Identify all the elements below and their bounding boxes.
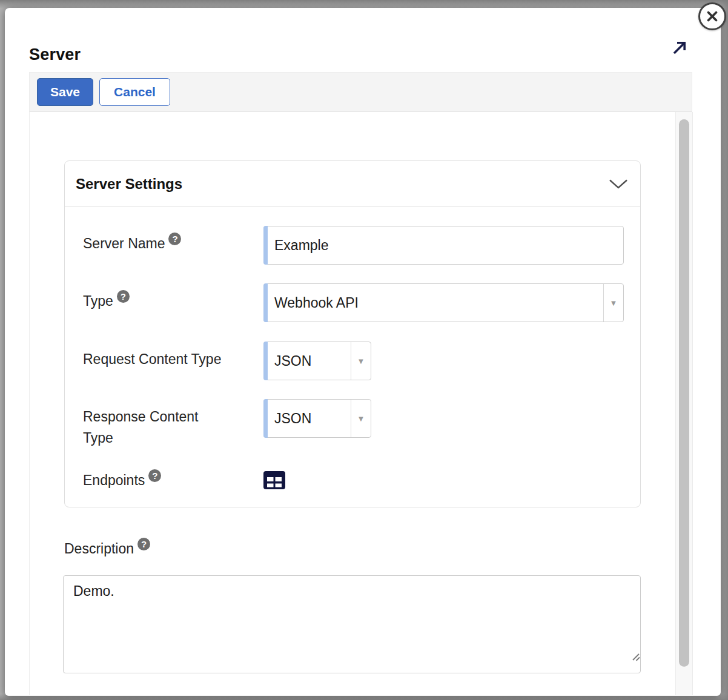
description-textarea[interactable]: Demo.: [63, 575, 641, 673]
field-row-endpoints: Endpoints?: [65, 470, 640, 491]
caret-down-icon: ▼: [357, 414, 365, 423]
server-settings-body: Server Name? Type? Webhook API: [65, 207, 640, 491]
section-title: Server Settings: [76, 176, 609, 193]
request-content-type-label: Request Content Type: [65, 342, 263, 370]
form-region: Save Cancel Server Settings Server Name?: [29, 72, 692, 695]
select-caret-segment[interactable]: ▼: [351, 400, 371, 437]
field-row-request-content-type: Request Content Type JSON ▼: [65, 342, 640, 380]
form-content: Server Settings Server Name?: [29, 112, 692, 695]
form-toolbar: Save Cancel: [29, 72, 692, 112]
caret-down-icon: ▼: [610, 299, 618, 308]
help-icon[interactable]: ?: [137, 538, 150, 550]
server-settings-header[interactable]: Server Settings: [65, 161, 640, 207]
response-content-type-select[interactable]: JSON ▼: [263, 399, 371, 438]
content-scrollbar-track[interactable]: [675, 112, 693, 695]
field-row-response-content-type: Response Content Type JSON ▼: [65, 399, 640, 449]
endpoints-label: Endpoints?: [65, 470, 263, 491]
select-caret-segment[interactable]: ▼: [351, 342, 371, 380]
description-label: Description?: [64, 538, 150, 560]
save-button[interactable]: Save: [37, 78, 93, 106]
caret-down-icon: ▼: [357, 357, 365, 366]
type-label: Type?: [65, 283, 263, 312]
cancel-button[interactable]: Cancel: [99, 78, 170, 106]
endpoints-button[interactable]: [263, 471, 285, 489]
select-caret-segment[interactable]: ▼: [603, 284, 623, 322]
content-scrollbar-thumb[interactable]: [679, 119, 689, 667]
type-select[interactable]: Webhook API ▼: [263, 283, 624, 322]
server-settings-card: Server Settings Server Name?: [64, 160, 641, 507]
popout-arrow-icon: [671, 39, 689, 56]
help-icon[interactable]: ?: [168, 233, 181, 245]
server-name-label: Server Name?: [65, 226, 263, 254]
page-title: Server: [29, 45, 81, 64]
chevron-down-icon[interactable]: [609, 179, 628, 190]
request-content-type-select[interactable]: JSON ▼: [263, 342, 371, 380]
server-modal: Server Save Cancel Server Settings: [5, 8, 721, 696]
field-row-server-name: Server Name?: [65, 226, 640, 265]
response-content-type-label: Response Content Type: [65, 399, 263, 449]
help-icon[interactable]: ?: [117, 290, 130, 303]
field-row-type: Type? Webhook API ▼: [65, 283, 640, 322]
server-name-input[interactable]: [263, 226, 624, 265]
popout-button[interactable]: [671, 39, 689, 57]
close-icon: [706, 10, 718, 22]
close-button[interactable]: [698, 2, 726, 30]
help-icon[interactable]: ?: [148, 469, 161, 482]
endpoints-table-icon: [263, 471, 285, 489]
